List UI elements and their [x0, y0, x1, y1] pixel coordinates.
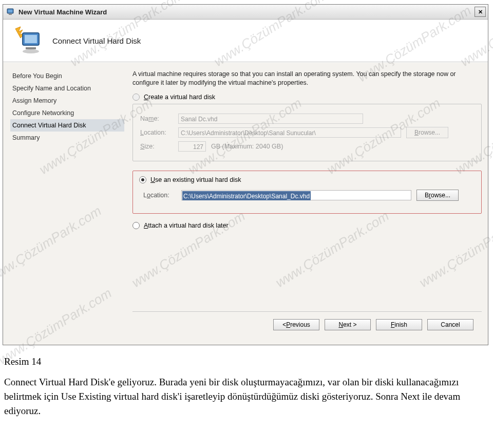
sidebar-step-configure-networking[interactable]: Configure Networking: [10, 107, 124, 119]
existing-browse-button[interactable]: Browse...: [416, 190, 459, 201]
radio-create-label: Create a virtual hard disk: [144, 94, 215, 101]
create-name-input: Sanal Dc.vhd: [178, 114, 363, 124]
radio-existing-label: Use an existing virtual hard disk: [150, 176, 241, 183]
create-location-input: C:\Users\Administrator\Desktop\Sanal Sun…: [178, 127, 401, 138]
wizard-content: A virtual machine requires storage so th…: [126, 63, 488, 345]
radio-later[interactable]: [132, 222, 140, 229]
sidebar-step-connect-vhd[interactable]: Connect Virtual Hard Disk: [10, 119, 124, 132]
finish-button[interactable]: Finish: [376, 319, 422, 330]
existing-location-input[interactable]: C:\Users\Administrator\Desktop\Sanal_Dc.…: [181, 190, 411, 200]
sidebar-step-assign-memory[interactable]: Assign Memory: [10, 95, 124, 107]
option-create-row: Create a virtual hard disk: [132, 92, 482, 102]
sidebar-step-before-you-begin[interactable]: Before You Begin: [10, 70, 124, 82]
option-later-row: Attach a virtual hard disk later: [132, 221, 482, 230]
cancel-button[interactable]: Cancel: [427, 319, 473, 330]
app-icon: [6, 7, 15, 16]
create-name-label: Name:: [140, 115, 173, 122]
wizard-header: Connect Virtual Hard Disk: [3, 20, 488, 62]
title-bar: New Virtual Machine Wizard ✕: [3, 5, 488, 20]
svg-rect-6: [26, 47, 36, 49]
caption-body: Connect Virtual Hard Disk'e geliyoruz. B…: [4, 375, 477, 418]
close-button[interactable]: ✕: [475, 7, 486, 17]
wizard-footer: < Previous Next > Finish Cancel: [132, 311, 482, 340]
radio-existing[interactable]: [139, 176, 146, 183]
svg-rect-2: [9, 14, 12, 15]
create-browse-button: Browse...: [406, 127, 448, 138]
previous-button[interactable]: < Previous: [273, 319, 319, 330]
wizard-header-title: Connect Virtual Hard Disk: [52, 36, 141, 45]
radio-create[interactable]: [132, 94, 140, 101]
next-button[interactable]: Next >: [325, 319, 371, 330]
sidebar-step-specify-name[interactable]: Specify Name and Location: [10, 82, 124, 95]
caption: Resim 14 Connect Virtual Hard Disk'e gel…: [4, 354, 477, 418]
create-size-input: 127: [178, 141, 206, 152]
existing-location-label: Location:: [143, 192, 176, 199]
window-title: New Virtual Machine Wizard: [18, 8, 475, 16]
svg-rect-1: [8, 10, 13, 13]
create-size-suffix: GB (Maximum: 2040 GB): [211, 143, 283, 150]
caption-title: Resim 14: [4, 354, 477, 369]
group-create: Name: Sanal Dc.vhd Location: C:\Users\Ad…: [132, 104, 482, 161]
wizard-window: New Virtual Machine Wizard ✕ Connect Vir…: [3, 4, 488, 345]
wizard-sidebar: Before You Begin Specify Name and Locati…: [3, 63, 126, 345]
create-size-label: Size:: [140, 143, 173, 150]
svg-point-7: [23, 49, 39, 53]
group-existing: Use an existing virtual hard disk Locati…: [132, 171, 482, 214]
create-location-label: Location:: [140, 129, 173, 136]
wizard-header-icon: [8, 24, 49, 57]
svg-rect-5: [25, 35, 37, 43]
sidebar-step-summary[interactable]: Summary: [10, 132, 124, 144]
intro-text: A virtual machine requires storage so th…: [132, 70, 482, 87]
radio-later-label: Attach a virtual hard disk later: [144, 222, 229, 229]
